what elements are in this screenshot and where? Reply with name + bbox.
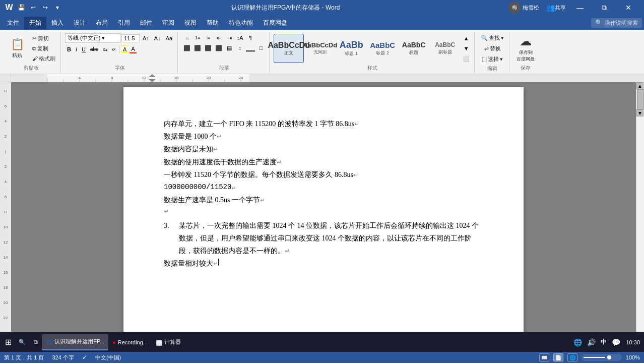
borders-button[interactable]: □	[256, 43, 266, 52]
style-heading2[interactable]: AaBbC 标题 2	[367, 34, 398, 63]
style-heading1[interactable]: AaBb 标题 1	[336, 34, 366, 63]
sort-button[interactable]: ↕A	[235, 33, 245, 42]
svg-text:20: 20	[4, 300, 8, 305]
multilevel-button[interactable]: ⁽≡	[203, 33, 213, 42]
font-shrink-button[interactable]: A↓	[152, 34, 163, 42]
columns-button[interactable]: ▤	[224, 43, 234, 52]
status-icon-proofing[interactable]: ✓	[82, 354, 87, 361]
read-view-button[interactable]: 📖	[539, 353, 549, 361]
calculator-taskbar-item[interactable]: ▦ 计算器	[152, 334, 185, 350]
menu-home[interactable]: 开始	[24, 17, 46, 29]
styles-expand[interactable]: ⬜	[461, 54, 471, 63]
align-justify-button[interactable]: ⬛	[214, 43, 224, 52]
svg-text:6: 6	[5, 195, 7, 199]
replace-button[interactable]: ⇌ 替换	[482, 44, 503, 53]
menu-review[interactable]: 审阅	[157, 17, 179, 29]
restore-button[interactable]: ⧉	[593, 0, 616, 15]
zoom-slider[interactable]	[582, 354, 622, 361]
style-normal[interactable]: AaBbCcDd 正文	[274, 34, 304, 63]
language: 中文(中国)	[95, 354, 121, 361]
doc-text-1: 数据量是 1000 个	[164, 130, 217, 143]
highlight-button[interactable]: A	[121, 45, 128, 53]
superscript-button[interactable]: x²	[110, 46, 118, 53]
menu-layout[interactable]: 布局	[91, 17, 113, 29]
word-taskbar-item[interactable]: W 认识理解并运用FP...	[42, 334, 108, 350]
network-icon[interactable]: 🌐	[572, 338, 584, 346]
strikethrough-button[interactable]: abc	[88, 45, 100, 53]
menu-references[interactable]: 引用	[113, 17, 135, 29]
menu-file[interactable]: 文件	[2, 17, 24, 29]
align-center-button[interactable]: ⬛	[192, 43, 203, 52]
print-view-button[interactable]: 📄	[553, 353, 563, 361]
zoom-thumb[interactable]	[607, 355, 611, 359]
show-marks-button[interactable]: ¶	[245, 33, 255, 42]
scrollbar-down[interactable]: ▼	[636, 109, 643, 116]
numbering-button[interactable]: 1≡	[192, 33, 203, 42]
indent-increase-button[interactable]: ⇥	[224, 33, 234, 42]
cut-button[interactable]: ✂ 剪切	[30, 34, 57, 43]
doc-text-0: 内存单元，建立一个 FIFO 来 115200 的波特率发 1 字节 86.8u…	[164, 117, 354, 130]
bold-button[interactable]: B	[65, 45, 73, 53]
font-name-selector[interactable]: 等线 (中文正) ▾	[65, 33, 120, 43]
customize-qat-button[interactable]: ▾	[52, 3, 62, 13]
taskview-button[interactable]: ⧉	[30, 334, 42, 350]
scrollbar-up[interactable]: ▲	[636, 82, 643, 89]
font-size-selector[interactable]: 11.5	[121, 34, 140, 42]
format-paint-icon: 🖌	[32, 55, 38, 62]
style-subtitle[interactable]: AaBbC 副标题	[430, 34, 460, 63]
user-avatar[interactable]: 梅	[508, 2, 521, 14]
search-taskbar-button[interactable]: 🔍	[15, 334, 30, 350]
ime-icon[interactable]: 中	[599, 338, 608, 346]
paste-button[interactable]: 📋 粘贴	[5, 34, 29, 63]
style-heading2-label: 标题 2	[376, 50, 389, 56]
copy-button[interactable]: ⧉ 复制	[30, 44, 57, 53]
menu-special[interactable]: 特色功能	[224, 17, 258, 29]
recording-taskbar-item[interactable]: ● Recording...	[108, 334, 152, 350]
select-button[interactable]: ⬚ 选择 ▾	[480, 54, 505, 64]
menu-insert[interactable]: 插入	[46, 17, 69, 29]
line-spacing-button[interactable]: ↕	[235, 43, 245, 52]
close-button[interactable]: ✕	[617, 0, 640, 15]
right-scrollbar[interactable]: ▲ ▼	[636, 82, 644, 332]
subscript-button[interactable]: x₂	[101, 46, 109, 53]
indent-decrease-button[interactable]: ⇤	[214, 33, 224, 42]
styles-scroll-up[interactable]: ▲	[461, 34, 471, 43]
minimize-button[interactable]: —	[568, 0, 592, 15]
find-button[interactable]: 🔍 查找 ▾	[479, 33, 506, 43]
font-color-button[interactable]: A	[129, 45, 137, 53]
underline-button[interactable]: U	[80, 45, 88, 53]
menu-view[interactable]: 视图	[179, 17, 202, 29]
menu-design[interactable]: 设计	[69, 17, 91, 29]
undo-qat-button[interactable]: ↩	[28, 3, 38, 13]
change-case-button[interactable]: Aa	[164, 34, 174, 42]
document-scroll[interactable]: 内存单元，建立一个 FIFO 来 115200 的波特率发 1 字节 86.8u…	[11, 82, 636, 332]
font-grow-button[interactable]: A↑	[141, 34, 151, 42]
style-title[interactable]: AaBbC 标题	[399, 34, 429, 63]
font-dropdown-icon: ▾	[102, 35, 105, 41]
start-button[interactable]: ⊞	[2, 334, 15, 350]
style-no-spacing[interactable]: AaBbCcDd 无间距	[305, 34, 335, 63]
styles-scroll-down[interactable]: ▼	[461, 44, 471, 53]
menu-mailings[interactable]: 邮件	[135, 17, 157, 29]
web-view-button[interactable]: 🌐	[567, 353, 577, 361]
word-taskbar-label: 认识理解并运用FP...	[54, 338, 104, 345]
zoom-level[interactable]: 100%	[626, 354, 640, 360]
notification-icon[interactable]: 💬	[610, 338, 622, 346]
scrollbar-thumb[interactable]	[637, 89, 644, 109]
save-baidu-button[interactable]: ☁ 保存到百度网盘	[513, 34, 538, 63]
align-right-button[interactable]: ⬛	[203, 43, 213, 52]
bullets-button[interactable]: ≡	[182, 33, 192, 42]
clipboard-group-content: 📋 粘贴 ✂ 剪切 ⧉ 复制 🖌 格式刷	[5, 33, 57, 64]
shading-button[interactable]	[245, 43, 255, 52]
menu-help[interactable]: 帮助	[202, 17, 224, 29]
cut-label: 剪切	[38, 35, 49, 42]
search-box[interactable]: 🔍 操作说明搜索	[591, 18, 642, 28]
save-qat-button[interactable]: 💾	[16, 3, 26, 13]
volume-icon[interactable]: 🔊	[586, 338, 597, 346]
format-paint-button[interactable]: 🖌 格式刷	[30, 54, 57, 64]
redo-qat-button[interactable]: ↪	[40, 3, 50, 13]
share-button[interactable]: 👥 共享	[544, 0, 567, 15]
menu-baidu[interactable]: 百度网盘	[258, 17, 292, 29]
italic-button[interactable]: I	[74, 45, 79, 53]
align-left-button[interactable]: ⬛	[182, 43, 192, 52]
